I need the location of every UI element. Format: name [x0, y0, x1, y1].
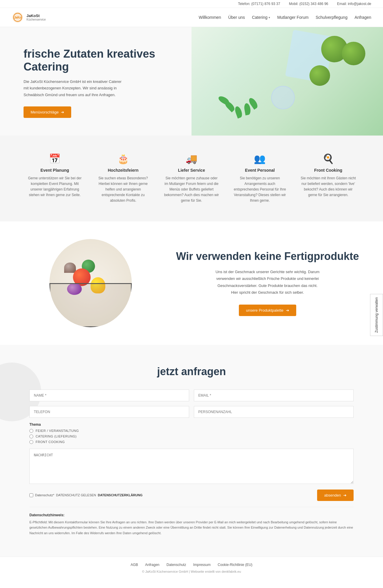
front-cooking-icon: 🍳 — [300, 153, 357, 164]
nav-catering[interactable]: Catering ▾ — [252, 15, 270, 20]
thema-radio-group: FEIER / VERANSTALTUNG CATERING (LIEFERUN… — [29, 429, 354, 444]
hero-section: frische Zutaten kreatives Catering Die J… — [0, 27, 383, 136]
footer-link-agb[interactable]: AGB — [131, 563, 138, 567]
event-personal-icon: 👥 — [232, 153, 288, 164]
datenschutz-hinweis-text: E-Pflichtfeld: Mit diesem Kontaktformula… — [29, 519, 354, 536]
liefer-service-icon: 🚚 — [163, 153, 220, 164]
hero-title: frische Zutaten kreatives Catering — [24, 48, 174, 73]
basket-visual — [49, 239, 132, 327]
footer-link-datenschutz[interactable]: Datenschutz — [166, 563, 186, 567]
telefon-input[interactable] — [29, 406, 189, 418]
food-decoration — [192, 27, 383, 136]
phone-info: Telefon: (07171) 876 93 37 — [238, 2, 280, 6]
service-hochzeitsfeiern-title: Hochzeitsfeiern — [95, 168, 151, 173]
service-event-planung-title: Event Planung — [26, 168, 83, 173]
email-input[interactable] — [194, 390, 354, 401]
nachricht-textarea[interactable] — [29, 449, 354, 484]
personenanzahl-input[interactable] — [194, 406, 354, 418]
hero-image — [192, 27, 383, 136]
service-liefer-service: 🚚 Liefer Service Sie möchten gerne zuhau… — [160, 153, 223, 204]
datenschutz-link[interactable]: DATENSCHUTZERKLÄRUNG — [98, 493, 143, 497]
service-front-cooking: 🍳 Front Cooking Sie möchten mit Ihren Gä… — [297, 153, 359, 204]
logo[interactable]: JaKo JaKoSt Küchenservice — [12, 11, 46, 23]
hero-description: Die JaKoSt Küchenservice GmbH ist ein kr… — [24, 78, 124, 98]
footer-links: AGB Anfragen Datenschutz Impressum Cooki… — [24, 563, 359, 567]
nav-mutlanger-forum[interactable]: Mutlanger Forum — [277, 15, 309, 20]
datenschutz-read-label: DATENSCHUTZ GELESEN — [56, 493, 96, 497]
footer-link-impressum[interactable]: Impressum — [193, 563, 211, 567]
thema-feier-radio[interactable] — [29, 429, 33, 433]
logo-icon: JaKo — [12, 11, 24, 23]
fresh-section: Wir verwenden keine Fertigprodukte Uns i… — [0, 221, 383, 345]
service-liefer-service-desc: Sie möchten gerne zuhause oder im Mutlan… — [163, 176, 220, 204]
contact-title: jetzt anfragen — [29, 365, 354, 378]
contact-section: jetzt anfragen Thema FEIER / VERANSTALTU… — [0, 345, 383, 557]
top-bar: Telefon: (07171) 876 93 37 Mobil: (0152)… — [0, 0, 383, 8]
datenschutz-hinweis: Datenschutzhinweis: E-Pflichtfeld: Mit d… — [29, 507, 354, 536]
catering-chevron-icon: ▾ — [269, 16, 270, 19]
thema-section: Thema FEIER / VERANSTALTUNG CATERING (LI… — [29, 422, 354, 444]
main-nav: Willkommen Über uns Catering ▾ Mutlanger… — [199, 15, 371, 20]
datenschutz-checkbox[interactable] — [29, 493, 33, 497]
fresh-arrow-icon: ➔ — [286, 308, 289, 313]
logo-subtitle: Küchenservice — [26, 18, 46, 21]
footer: AGB Anfragen Datenschutz Impressum Cooki… — [0, 557, 383, 579]
service-event-planung: 📅 Event Planung Gerne unterstützen wir S… — [24, 153, 86, 204]
submit-arrow-icon: ➔ — [343, 493, 347, 497]
fresh-image — [24, 239, 158, 327]
service-event-personal-title: Event Personal — [232, 168, 288, 173]
email-info: Email: info@jakost.de — [337, 2, 371, 6]
service-front-cooking-desc: Sie möchten mit Ihren Gästen nicht nur b… — [300, 176, 357, 198]
services-section: 📅 Event Planung Gerne unterstützen wir S… — [0, 136, 383, 221]
datenschutz-row: Datenschutz* DATENSCHUTZ GELESEN DATENSC… — [29, 490, 354, 501]
thema-catering-radio[interactable] — [29, 435, 33, 438]
hero-cta-button[interactable]: Menüvorschläge ➔ — [24, 106, 71, 118]
service-hochzeitsfeiern-desc: Sie suchen etwas Besonderes? Hierbei kön… — [95, 176, 151, 204]
thema-front-cooking-radio[interactable] — [29, 440, 33, 444]
hochzeitsfeiern-icon: 🎂 — [95, 153, 151, 164]
contact-form-row2 — [29, 406, 354, 418]
datenschutz-hinweis-title: Datenschutzhinweis: — [29, 513, 354, 517]
footer-link-cookie[interactable]: Cookie-Richtlinie (EU) — [218, 563, 252, 567]
footer-link-anfragen[interactable]: Anfragen — [145, 563, 159, 567]
contact-form-row1 — [29, 390, 354, 401]
nav-willkommen[interactable]: Willkommen — [199, 15, 221, 20]
event-planung-icon: 📅 — [26, 153, 83, 164]
service-liefer-service-title: Liefer Service — [163, 168, 220, 173]
thema-label: Thema — [29, 422, 354, 427]
submit-button[interactable]: absenden ➔ — [317, 490, 354, 501]
nav-anfragen[interactable]: Anfragen — [354, 15, 371, 20]
service-hochzeitsfeiern: 🎂 Hochzeitsfeiern Sie suchen etwas Beson… — [92, 153, 154, 204]
service-front-cooking-title: Front Cooking — [300, 168, 357, 173]
services-grid: 📅 Event Planung Gerne unterstützen wir S… — [24, 153, 359, 204]
fresh-content: Wir verwenden keine Fertigprodukte Uns i… — [176, 250, 359, 316]
name-input[interactable] — [29, 390, 189, 401]
header: JaKo JaKoSt Küchenservice Willkommen Übe… — [0, 8, 383, 27]
service-event-personal: 👥 Event Personal Sie benötigen zu unsere… — [229, 153, 291, 204]
mobile-info: Mobil: (0152) 343 486 96 — [289, 2, 328, 6]
datenschutz-text: Datenschutz* DATENSCHUTZ GELESEN DATENSC… — [29, 493, 143, 497]
service-event-personal-desc: Sie benötigen zu unseren Arrangements au… — [232, 176, 288, 204]
fresh-title: Wir verwenden keine Fertigprodukte — [176, 250, 359, 263]
svg-text:JaKo: JaKo — [14, 16, 21, 19]
fresh-description: Uns ist der Geschmack unserer Gerichte s… — [214, 268, 320, 296]
fresh-cta-button[interactable]: unsere Produktpalette ➔ — [239, 305, 296, 316]
hero-content: frische Zutaten kreatives Catering Die J… — [0, 27, 192, 136]
consent-button[interactable]: Zustimmung verwalten — [370, 294, 383, 336]
logo-name: JaKoSt — [26, 14, 46, 18]
thema-feier[interactable]: FEIER / VERANSTALTUNG — [29, 429, 354, 433]
footer-copyright: © JaKoSt Küchenservice GmbH | Webseite e… — [24, 570, 359, 573]
thema-front-cooking[interactable]: FRONT COOKING — [29, 440, 354, 444]
nav-ueber-uns[interactable]: Über uns — [228, 15, 245, 20]
arrow-icon: ➔ — [61, 110, 64, 114]
nav-schulverpflegung[interactable]: Schulverpflegung — [316, 15, 347, 20]
thema-catering[interactable]: CATERING (LIEFERUNG) — [29, 435, 354, 438]
datenschutz-label: Datenschutz* — [35, 493, 54, 497]
service-event-planung-desc: Gerne unterstützen wir Sie bei der kompl… — [26, 176, 83, 198]
